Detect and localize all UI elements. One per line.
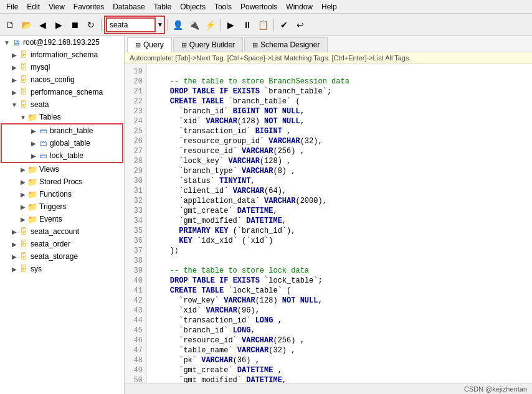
menu-view[interactable]: View [45,1,69,12]
code-line: `transaction_id` BIGINT , [152,126,527,136]
line-number: 27 [128,146,143,156]
menu-database[interactable]: Database [109,1,148,12]
line-number: 41 [128,286,143,296]
views-folder-label: Views [39,165,59,174]
tree-tables-folder[interactable]: ▼ 📁 Tables [0,111,124,123]
menu-table[interactable]: Table [150,1,176,12]
btn-open[interactable]: 📂 [19,17,34,32]
tree-stored-procs-folder[interactable]: ▶ 📁 Stored Procs [0,176,124,188]
code-line: -- the table to store lock data [152,266,527,276]
btn-commit[interactable]: ✔ [277,17,292,32]
menu-file[interactable]: File [2,1,22,12]
code-editor[interactable]: 1920212223242526272829303132333435363738… [125,64,532,383]
db-icon-seata: 🗄 [19,100,29,110]
code-line: `client_id` VARCHAR(64), [152,186,527,196]
separator-2 [168,19,168,31]
btn-run[interactable]: ▶ [224,17,239,32]
tree-nacos-config[interactable]: ▶ 🗄 nacos_config [0,73,124,86]
code-line: `branch_type` VARCHAR(8) , [152,166,527,176]
btn-stop[interactable]: ⏹ [67,17,82,32]
triggers-folder-label: Triggers [39,202,67,211]
tab-schema-designer[interactable]: ⊞ Schema Designer [244,37,328,52]
toggle-seata-order: ▶ [10,240,19,248]
tabs-bar: ⊞ Query ⊞ Query Builder ⊞ Schema Designe… [125,36,532,52]
line-number: 40 [128,276,143,286]
db-icon-seata-order: 🗄 [19,239,29,249]
code-line: `branch_id` BIGINT NOT NULL, [152,106,527,116]
tree-branch-table[interactable]: ▶ 🗃 branch_table [2,124,122,137]
menu-objects[interactable]: Objects [176,1,209,12]
separator-1 [101,19,102,31]
tree-seata[interactable]: ▼ 🗄 seata [0,98,124,111]
code-line: -- the table to store BranchSession data [152,77,527,87]
db-selector-dropdown[interactable]: ▼ [157,21,163,28]
line-number: 33 [128,206,143,216]
toggle-sys: ▶ [10,265,19,273]
tree-global-table[interactable]: ▶ 🗃 global_table [2,137,122,149]
line-numbers: 1920212223242526272829303132333435363738… [125,64,147,383]
tab-query-builder[interactable]: ⊞ Query Builder [173,37,243,52]
code-line: `gmt_modified` DATETIME, [152,375,527,383]
tree-information-schema[interactable]: ▶ 🗄 information_schema [0,49,124,61]
tab-query-builder-label: Query Builder [189,40,235,49]
toggle-mysql: ▶ [10,63,19,72]
global-table-label: global_table [50,139,90,148]
line-number: 23 [128,106,143,116]
toggle-lock-table: ▶ [29,151,38,160]
tab-query[interactable]: ⊞ Query [127,37,172,52]
btn-explain[interactable]: 📋 [256,17,271,32]
btn-refresh[interactable]: ↻ [83,17,98,32]
code-line: CREATE TABLE `branch_table` ( [152,96,527,106]
btn-disconnect[interactable]: ⚡ [203,17,218,32]
db-selector-input[interactable] [106,17,156,32]
tree-server[interactable]: ▼ 🖥 root@192.168.193.225 [0,36,124,49]
menu-tools[interactable]: Tools [211,1,235,12]
line-number: 42 [128,296,143,306]
code-line: DROP TABLE IF EXISTS `lock_table`; [152,276,527,286]
btn-connect[interactable]: 🔌 [187,17,202,32]
btn-rollback[interactable]: ↩ [293,17,308,32]
menu-favorites[interactable]: Favorites [70,1,108,12]
tab-query-icon: ⊞ [135,41,141,49]
line-number: 20 [128,77,143,87]
folder-triggers-icon: 📁 [27,202,37,212]
line-number: 46 [128,335,143,345]
toggle-views: ▶ [19,165,27,174]
line-number: 44 [128,316,143,326]
toggle-seata-account: ▶ [10,227,19,236]
tree-seata-account[interactable]: ▶ 🗄 seata_account [0,225,124,238]
line-number: 38 [128,256,143,266]
btn-stop2[interactable]: ⏸ [240,17,255,32]
tree-sys[interactable]: ▶ 🗄 sys [0,263,124,275]
db-label-performance-schema: performance_schema [31,88,103,96]
line-number: 29 [128,166,143,176]
table-icon-global: 🗃 [38,138,48,148]
folder-stored-procs-icon: 📁 [27,177,37,187]
code-line: `table_name` VARCHAR(32) , [152,345,527,355]
menu-edit[interactable]: Edit [23,1,44,12]
line-number: 43 [128,306,143,316]
tree-events-folder[interactable]: ▶ 📁 Events [0,213,124,225]
tree-performance-schema[interactable]: ▶ 🗄 performance_schema [0,86,124,98]
btn-user[interactable]: 👤 [171,17,186,32]
tree-triggers-folder[interactable]: ▶ 📁 Triggers [0,200,124,213]
tree-mysql[interactable]: ▶ 🗄 mysql [0,61,124,73]
btn-back[interactable]: ◀ [35,17,50,32]
menu-powertools[interactable]: Powertools [237,1,281,12]
btn-new[interactable]: 🗋 [2,17,17,32]
tree-seata-storage[interactable]: ▶ 🗄 seata_storage [0,250,124,263]
tree-views-folder[interactable]: ▶ 📁 Views [0,163,124,176]
menu-window[interactable]: Window [282,1,316,12]
code-line: `branch_id` LONG, [152,326,527,335]
tree-lock-table[interactable]: ▶ 🗃 lock_table [2,149,122,162]
code-content[interactable]: -- the table to store BranchSession data… [147,64,532,383]
code-line: `transaction_id` LONG , [152,316,527,326]
db-label-seata-order: seata_order [31,240,70,248]
code-line: ); [152,246,527,256]
code-line: `resource_id` VARCHAR(256) , [152,146,527,156]
tree-functions-folder[interactable]: ▶ 📁 Functions [0,188,124,200]
menu-help[interactable]: Help [318,1,341,12]
tree-seata-order[interactable]: ▶ 🗄 seata_order [0,238,124,250]
line-number: 37 [128,246,143,256]
btn-forward[interactable]: ▶ [51,17,66,32]
